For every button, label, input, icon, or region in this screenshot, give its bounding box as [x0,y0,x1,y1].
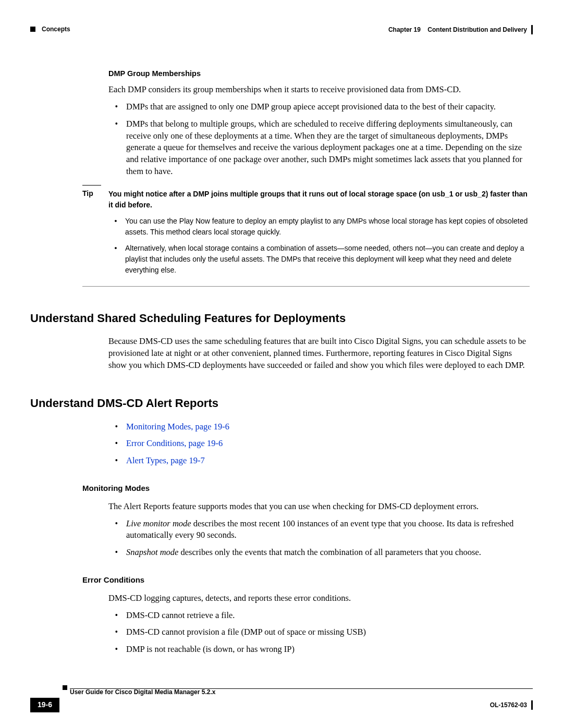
dmp-bullets: DMPs that are assigned to only one DMP g… [108,101,530,178]
header-divider-icon [531,25,533,34]
footer-doc-id: OL-15762-03 [490,701,527,710]
modes-bullets: Live monitor mode describes the most rec… [108,518,530,559]
list-item: DMS-CD cannot provision a file (DMP out … [124,626,530,638]
page-footer: User Guide for Cisco Digital Media Manag… [30,688,533,712]
dmp-heading: DMP Group Memberships [108,68,530,79]
list-item: DMPs that belong to multiple groups, whi… [124,118,530,178]
link-monitoring-modes[interactable]: Monitoring Modes, page 19-6 [126,422,229,431]
list-item: DMPs that are assigned to only one DMP g… [124,101,530,113]
list-item: Error Conditions, page 19-6 [124,438,530,450]
tip-block: Tip You might notice after a DMP joins m… [30,185,533,287]
list-item: Snapshot mode describes only the events … [124,547,530,559]
tip-lead: You might notice after a DMP joins multi… [108,189,530,211]
list-item: Alternatively, when local storage contai… [123,243,530,276]
footer-marker-icon [63,685,67,690]
errors-intro: DMS-CD logging captures, detects, and re… [108,593,530,604]
list-item: DMS-CD cannot retrieve a file. [124,610,530,622]
header-title: Content Distribution and Delivery [427,26,527,33]
scheduling-para: Because DMS-CD uses the same scheduling … [108,336,530,371]
tip-label: Tip [82,189,108,199]
list-item: DMP is not reachable (is down, or has wr… [124,644,530,656]
error-conditions-heading: Error Conditions [82,574,530,585]
list-item: Live monitor mode describes the most rec… [124,518,530,542]
errors-bullets: DMS-CD cannot retrieve a file. DMS-CD ca… [108,610,530,656]
footer-guide: User Guide for Cisco Digital Media Manag… [70,688,533,697]
header-chapter: Chapter 19 [388,26,421,33]
header-marker-icon [30,27,35,32]
list-item: You can use the Play Now feature to depl… [123,216,530,238]
modes-intro: The Alert Reports feature supports modes… [108,501,530,513]
header-section: Concepts [42,25,70,34]
dmp-intro: Each DMP considers its group memberships… [108,84,530,96]
alerts-links: Monitoring Modes, page 19-6 Error Condit… [108,421,530,467]
link-alert-types[interactable]: Alert Types, page 19-7 [126,455,205,465]
scheduling-heading: Understand Shared Scheduling Features fo… [30,311,530,327]
alerts-heading: Understand DMS-CD Alert Reports [30,396,530,412]
page-number: 19-6 [30,698,59,712]
list-item: Alert Types, page 19-7 [124,455,530,467]
page-header: Concepts Chapter 19 Content Distribution… [30,25,533,34]
monitoring-modes-heading: Monitoring Modes [82,483,530,493]
list-item: Monitoring Modes, page 19-6 [124,421,530,433]
link-error-conditions[interactable]: Error Conditions, page 19-6 [126,438,223,448]
footer-divider-icon [531,700,533,710]
